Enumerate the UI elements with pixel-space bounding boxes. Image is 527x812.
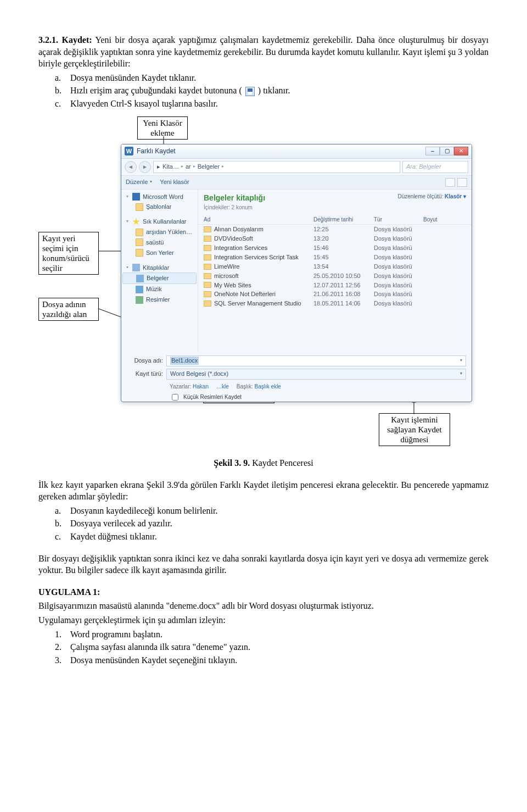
step-a-marker: a. (55, 505, 70, 517)
uygulama-heading: UYGULAMA 1: (38, 586, 489, 598)
caption-number: Şekil 3. 9. (214, 458, 250, 468)
back-button[interactable]: ◄ (125, 161, 137, 173)
section-intro: 3.2.1. Kaydet: Yeni bir dosya açarak yap… (38, 34, 489, 70)
item-b-pre: Hızlı erişim araç çubuğundaki kaydet but… (70, 86, 242, 95)
authors-label: Yazarlar: (170, 383, 191, 390)
uygulama-steps: 1.Word programını başlatın. 2.Çalışma sa… (55, 629, 489, 666)
table-row[interactable]: DVDVideoSoft13:20Dosya klasörü (198, 234, 472, 243)
table-row[interactable]: Integration Services15:46Dosya klasörü (198, 243, 472, 253)
side-downloads[interactable]: arşıdan Yüklen… (122, 227, 197, 237)
uygulama-p1: Bilgisayarımızın masaüstü alanında "dene… (38, 600, 489, 612)
filename-label: Dosya adı: (127, 357, 166, 365)
tags-link[interactable]: …kle (216, 383, 229, 391)
crumb-1: Kita… (162, 163, 179, 171)
toolbar: Düzenle▾ Yeni klasör (121, 175, 472, 190)
figure-caption: Şekil 3. 9. Kaydet Penceresi (38, 457, 489, 469)
item-a: Dosya menüsünden Kaydet tıklanır. (70, 72, 196, 84)
crumb-3: Belgeler (198, 163, 220, 171)
callout-filename: Dosya adının yazıldığı alan (38, 298, 99, 321)
minimize-button[interactable]: – (425, 147, 440, 155)
side-favorites[interactable]: ▾Sık Kullanılanlar (122, 216, 197, 227)
item-c: Klavyeden Ctrl-S kısayol tuşlarına basıl… (70, 98, 218, 110)
dialog-titlebar: W Farklı Kaydet – ▢ ✕ (121, 144, 472, 159)
table-row[interactable]: SQL Server Management Studio18.05.2011 1… (198, 299, 472, 308)
filetype-label: Kayıt türü: (127, 370, 166, 378)
sort-label: Düzenleme ölçütü: (397, 193, 443, 199)
file-list-area: Belgeler kitaplığı İçindekiler: 2 konum … (198, 190, 472, 352)
table-row[interactable]: OneNote Not Defterleri21.06.2011 16:08Do… (198, 290, 472, 299)
filename-field[interactable]: Bel1.docx▾ (166, 355, 466, 366)
authors-value[interactable]: Hakan (193, 383, 209, 390)
u-step2: Çalışma sayfası alanında ilk satıra "den… (70, 641, 250, 653)
word-icon: W (125, 147, 133, 155)
section-text: Yeni bir dosya açarak yaptığımız çalışma… (38, 35, 489, 68)
callout-location: Kayıt yeri seçimi için konum/sürücü seçi… (38, 232, 99, 275)
side-documents[interactable]: Belgeler (122, 272, 197, 284)
caption-text: Kaydet Penceresi (250, 458, 313, 468)
u-step3: Dosya menüsünden Kaydet seçeneğini tıkla… (70, 654, 237, 666)
post-p2: Bir dosyayı değişiklik yaptıktan sonra i… (38, 553, 489, 576)
save-thumbnail-label: Küçük Resimleri Kaydet (183, 393, 242, 401)
side-pictures[interactable]: Resimler (122, 294, 197, 305)
table-row[interactable]: Integration Services Script Task15:45Dos… (198, 253, 472, 262)
view-icon[interactable] (445, 178, 455, 187)
u-step2-marker: 2. (55, 641, 70, 653)
post-p1: İlk kez kayıt yaparken ekrana Şekil 3.9'… (38, 479, 489, 503)
table-row[interactable]: LimeWire13:54Dosya klasörü (198, 262, 472, 271)
save-icon (245, 87, 255, 96)
steps-list-1: a.Dosyanın kaydedileceği konum belirleni… (55, 505, 489, 543)
step-c-marker: c. (55, 531, 70, 543)
col-name: Ad (204, 216, 313, 224)
uygulama-p2: Uygulamayı gerçekleştirmek için şu adıml… (38, 614, 489, 626)
help-icon[interactable] (457, 178, 467, 187)
dialog-footer-fields: Dosya adı: Bel1.docx▾ Kayıt türü: Word B… (121, 352, 472, 402)
folder-rows: Alınan Dosyalarım12:25Dosya klasörü DVDV… (198, 225, 472, 308)
side-recent[interactable]: Son Yerler (122, 248, 197, 258)
library-title: Belgeler kitaplığı (204, 193, 265, 203)
side-templates[interactable]: Şablonlar (122, 202, 197, 212)
step-a: Dosyanın kaydedileceği konum belirlenir. (70, 505, 217, 517)
item-b: Hızlı erişim araç çubuğundaki kaydet but… (70, 85, 290, 97)
save-dialog-figure: Yeni Klasör ekleme Kayıt yeri seçimi içi… (38, 116, 489, 479)
side-word[interactable]: ▾Microsoft Word (122, 192, 197, 202)
filetype-field[interactable]: Word Belgesi (*.docx)▾ (166, 369, 466, 380)
title-link[interactable]: Başlık ekle (255, 383, 281, 390)
step-c: Kaydet düğmesi tıklanır. (70, 531, 157, 543)
side-music[interactable]: Müzik (122, 284, 197, 294)
step-b: Dosyaya verilecek ad yazılır. (70, 518, 172, 530)
maximize-button[interactable]: ▢ (440, 147, 454, 155)
u-step1-marker: 1. (55, 629, 70, 641)
side-libraries[interactable]: ▾Kitaplıklar (122, 263, 197, 273)
col-date: Değiştirme tarihi (313, 216, 374, 224)
title-label: Başlık: (237, 383, 253, 390)
column-headers[interactable]: Ad Değiştirme tarihi Tür Boyut (198, 215, 472, 225)
item-b-post: ) tıklanır. (258, 86, 290, 95)
breadcrumb[interactable]: ▸ Kita… ▸ ar ▸ Belgeler ▸ (153, 161, 400, 173)
save-thumbnail-checkbox[interactable] (172, 394, 178, 401)
forward-button[interactable]: ► (139, 161, 151, 173)
col-size: Boyut (423, 216, 456, 224)
table-row[interactable]: Alınan Dosyalarım12:25Dosya klasörü (198, 225, 472, 234)
close-button[interactable]: ✕ (454, 147, 468, 155)
sort-value[interactable]: Klasör ▾ (445, 193, 466, 199)
crumb-2: ar (186, 163, 191, 171)
callout-save-button: Kayıt işlemini sağlayan Kaydet düğmesi (379, 413, 450, 446)
nav-bar: ◄ ► ▸ Kita… ▸ ar ▸ Belgeler ▸ Ara: Belge… (121, 159, 472, 175)
sidebar: ▾Microsoft Word Şablonlar ▾Sık Kullanıla… (121, 190, 198, 352)
search-input[interactable]: Ara: Belgeler (402, 161, 468, 173)
table-row[interactable]: microsoft25.05.2010 10:50Dosya klasörü (198, 271, 472, 281)
table-row[interactable]: My Web Sites12.07.2011 12:56Dosya klasör… (198, 281, 472, 290)
item-a-marker: a. (55, 72, 70, 84)
section-number: 3.2.1. (38, 35, 58, 45)
section-title: Kaydet: (62, 35, 92, 45)
organize-button[interactable]: Düzenle▾ (126, 178, 152, 186)
new-folder-button[interactable]: Yeni klasör (160, 178, 189, 186)
save-as-dialog: W Farklı Kaydet – ▢ ✕ ◄ ► ▸ Kita… ▸ ar ▸… (121, 144, 472, 402)
library-subtitle: İçindekiler: 2 konum (204, 204, 265, 212)
u-step1: Word programını başlatın. (70, 629, 162, 641)
item-c-marker: c. (55, 98, 70, 110)
methods-list: a.Dosya menüsünden Kaydet tıklanır. b. H… (55, 72, 489, 110)
item-b-marker: b. (55, 85, 70, 97)
dialog-title-text: Farklı Kaydet (137, 147, 176, 155)
side-desktop[interactable]: saüstü (122, 237, 197, 248)
